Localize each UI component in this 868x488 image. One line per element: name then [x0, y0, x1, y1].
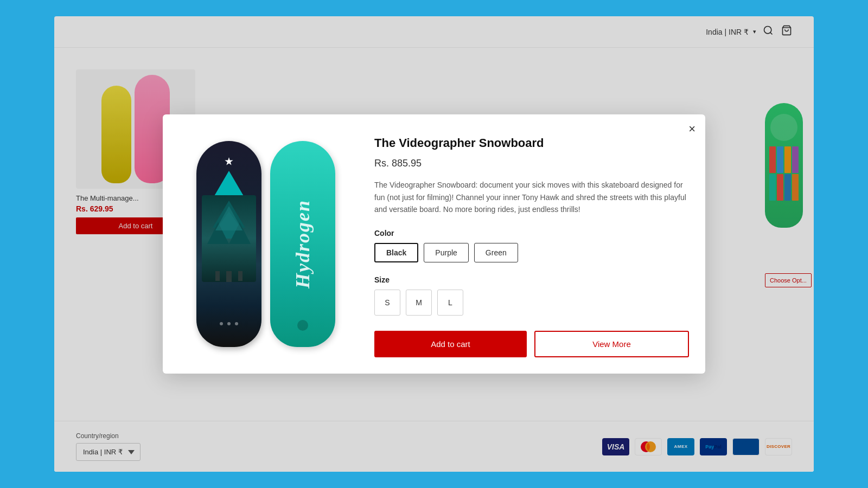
modal-overlay: × [54, 16, 814, 472]
svg-rect-10 [238, 271, 242, 281]
snowboard-brand-text: Hydrogen [291, 200, 314, 288]
snowboard-teal-image: Hydrogen [270, 141, 335, 347]
color-section: Color Black Purple Green [374, 229, 689, 262]
modal-actions: Add to cart View More [374, 331, 689, 357]
color-green-button[interactable]: Green [474, 243, 518, 262]
color-black-button[interactable]: Black [374, 243, 418, 262]
view-more-button[interactable]: View More [534, 331, 689, 357]
color-label: Color [374, 229, 689, 237]
size-options: S M L [374, 290, 689, 316]
modal-product-description: The Videographer Snowboard: document you… [374, 179, 689, 215]
color-purple-button[interactable]: Purple [424, 243, 468, 262]
svg-rect-9 [215, 271, 220, 281]
size-label: Size [374, 275, 689, 284]
size-s-button[interactable]: S [374, 290, 400, 316]
color-options: Black Purple Green [374, 243, 689, 262]
size-m-button[interactable]: M [406, 290, 432, 316]
modal-product-info: The Videographer Snowboard Rs. 885.95 Th… [374, 131, 689, 357]
size-section: Size S M L [374, 275, 689, 316]
modal-product-title: The Videographer Snowboard [374, 136, 689, 150]
svg-rect-8 [226, 271, 232, 282]
product-modal: × [163, 114, 705, 373]
add-to-cart-button[interactable]: Add to cart [374, 331, 527, 357]
size-l-button[interactable]: L [437, 290, 463, 316]
modal-close-button[interactable]: × [688, 123, 695, 135]
modal-product-price: Rs. 885.95 [374, 158, 689, 169]
snowboard-dark-image [196, 141, 261, 347]
modal-product-images: Hydrogen [179, 131, 353, 357]
